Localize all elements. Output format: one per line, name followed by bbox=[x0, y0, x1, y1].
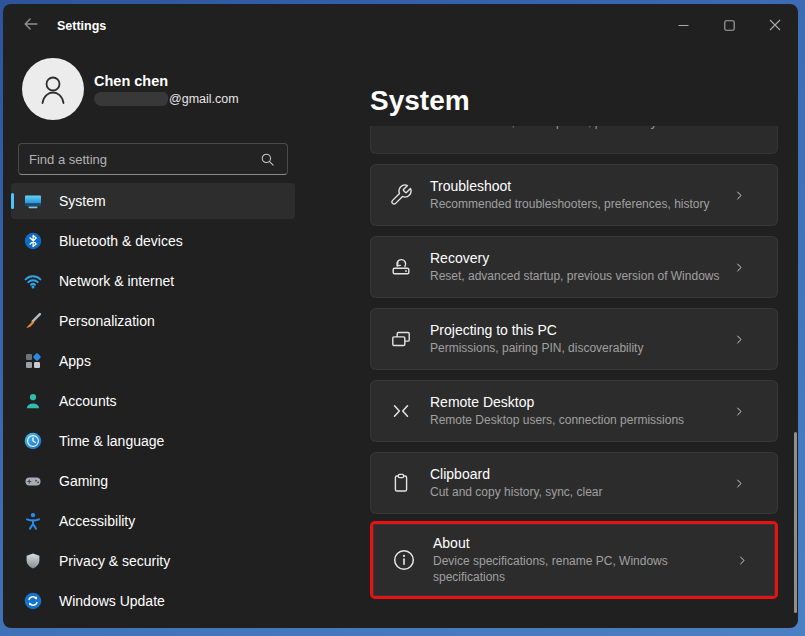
card-title: Recovery bbox=[430, 250, 724, 266]
bluetooth-icon bbox=[23, 231, 43, 251]
card-subtitle: Remote Desktop users, connection permiss… bbox=[430, 412, 724, 428]
search-icon bbox=[260, 152, 275, 167]
annotation-highlight: About Device specifications, rename PC, … bbox=[370, 521, 778, 599]
sidebar-item-windows-update[interactable]: Windows Update bbox=[11, 583, 295, 619]
card-title: Projecting to this PC bbox=[430, 322, 724, 338]
card-remote-desktop[interactable]: Remote Desktop Remote Desktop users, con… bbox=[370, 380, 778, 442]
recovery-icon bbox=[371, 255, 430, 279]
close-button[interactable] bbox=[752, 4, 798, 48]
chevron-right-icon bbox=[735, 553, 750, 568]
minimize-icon bbox=[678, 17, 689, 35]
profile-section[interactable]: Chen chen @gmail.com bbox=[22, 58, 303, 120]
card-projecting[interactable]: Projecting to this PC Permissions, pairi… bbox=[370, 308, 778, 370]
card-troubleshoot[interactable]: Troubleshoot Recommended troubleshooters… bbox=[370, 164, 778, 226]
sidebar-item-network-internet[interactable]: Network & internet bbox=[11, 263, 295, 299]
chevron-right-icon bbox=[732, 260, 747, 275]
window-title: Settings bbox=[57, 19, 106, 33]
sidebar-item-label: Bluetooth & devices bbox=[59, 233, 183, 249]
page-title: System bbox=[370, 84, 778, 118]
sidebar: Chen chen @gmail.com bbox=[3, 48, 303, 628]
gamepad-icon bbox=[23, 471, 43, 491]
card-about[interactable]: About Device specifications, rename PC, … bbox=[373, 524, 775, 596]
wrench-icon bbox=[371, 183, 430, 207]
profile-name: Chen chen bbox=[94, 73, 239, 89]
update-icon bbox=[23, 591, 43, 611]
brush-icon bbox=[23, 311, 43, 331]
card-subtitle-clipped: Activation state, subscriptions, product… bbox=[430, 126, 657, 130]
sidebar-item-accounts[interactable]: Accounts bbox=[11, 383, 295, 419]
card-title: Clipboard bbox=[430, 466, 724, 482]
sidebar-item-label: Apps bbox=[59, 353, 91, 369]
chevron-right-icon bbox=[732, 476, 747, 491]
card-title: About bbox=[433, 535, 727, 551]
shield-icon bbox=[23, 551, 43, 571]
apps-icon bbox=[23, 351, 43, 371]
sidebar-item-label: Accounts bbox=[59, 393, 117, 409]
titlebar: Settings bbox=[3, 4, 798, 48]
sidebar-item-accessibility[interactable]: Accessibility bbox=[11, 503, 295, 539]
sidebar-item-label: Privacy & security bbox=[59, 553, 170, 569]
sidebar-nav: System Bluetooth & devices bbox=[3, 183, 303, 619]
card-activation-clipped[interactable]: Activation state, subscriptions, product… bbox=[370, 126, 778, 154]
info-icon bbox=[374, 547, 433, 573]
sidebar-item-label: Personalization bbox=[59, 313, 155, 329]
person-outline-icon bbox=[33, 69, 73, 109]
person-icon bbox=[23, 391, 43, 411]
sidebar-item-label: Windows Update bbox=[59, 593, 165, 609]
profile-email: @gmail.com bbox=[94, 92, 239, 106]
settings-window: Settings bbox=[3, 4, 798, 628]
card-title: Troubleshoot bbox=[430, 178, 724, 194]
sidebar-item-label: Gaming bbox=[59, 473, 108, 489]
sidebar-item-time-language[interactable]: Time & language bbox=[11, 423, 295, 459]
scrollbar-thumb[interactable] bbox=[794, 432, 797, 613]
remote-desktop-icon bbox=[371, 399, 430, 423]
sidebar-item-label: Time & language bbox=[59, 433, 164, 449]
desktop-background: Settings bbox=[0, 0, 805, 636]
sidebar-item-system[interactable]: System bbox=[11, 183, 295, 219]
chevron-right-icon bbox=[732, 188, 747, 203]
sidebar-item-bluetooth-devices[interactable]: Bluetooth & devices bbox=[11, 223, 295, 259]
card-recovery[interactable]: Recovery Reset, advanced startup, previo… bbox=[370, 236, 778, 298]
chevron-right-icon bbox=[732, 332, 747, 347]
sidebar-item-label: Accessibility bbox=[59, 513, 135, 529]
card-subtitle: Device specifications, rename PC, Window… bbox=[433, 553, 727, 585]
card-subtitle: Recommended troubleshooters, preferences… bbox=[430, 196, 724, 212]
card-subtitle: Reset, advanced startup, previous versio… bbox=[430, 268, 724, 284]
sidebar-item-label: System bbox=[59, 193, 106, 209]
display-icon bbox=[23, 191, 43, 211]
clock-icon bbox=[23, 431, 43, 451]
maximize-button[interactable] bbox=[706, 4, 752, 48]
main-content: System Activation state, subscriptions, … bbox=[303, 48, 798, 628]
card-title: Remote Desktop bbox=[430, 394, 724, 410]
wifi-icon bbox=[23, 271, 43, 291]
window-controls bbox=[660, 4, 798, 48]
maximize-icon bbox=[724, 17, 735, 35]
redacted-email-blur bbox=[94, 92, 168, 106]
clipboard-icon bbox=[371, 471, 430, 495]
card-clipboard[interactable]: Clipboard Cut and copy history, sync, cl… bbox=[370, 452, 778, 514]
email-domain: @gmail.com bbox=[169, 92, 239, 106]
card-subtitle: Permissions, pairing PIN, discoverabilit… bbox=[430, 340, 724, 356]
close-icon bbox=[769, 17, 781, 35]
card-subtitle: Cut and copy history, sync, clear bbox=[430, 484, 724, 500]
avatar bbox=[22, 58, 84, 120]
back-button[interactable] bbox=[15, 11, 47, 41]
sidebar-item-personalization[interactable]: Personalization bbox=[11, 303, 295, 339]
sidebar-item-gaming[interactable]: Gaming bbox=[11, 463, 295, 499]
back-arrow-icon bbox=[22, 15, 40, 37]
chevron-right-icon bbox=[732, 404, 747, 419]
accessibility-icon bbox=[23, 511, 43, 531]
projecting-icon bbox=[371, 327, 430, 351]
sidebar-item-label: Network & internet bbox=[59, 273, 174, 289]
sidebar-item-apps[interactable]: Apps bbox=[11, 343, 295, 379]
search-input[interactable] bbox=[19, 152, 260, 167]
sidebar-item-privacy-security[interactable]: Privacy & security bbox=[11, 543, 295, 579]
search-box bbox=[18, 143, 288, 175]
minimize-button[interactable] bbox=[660, 4, 706, 48]
